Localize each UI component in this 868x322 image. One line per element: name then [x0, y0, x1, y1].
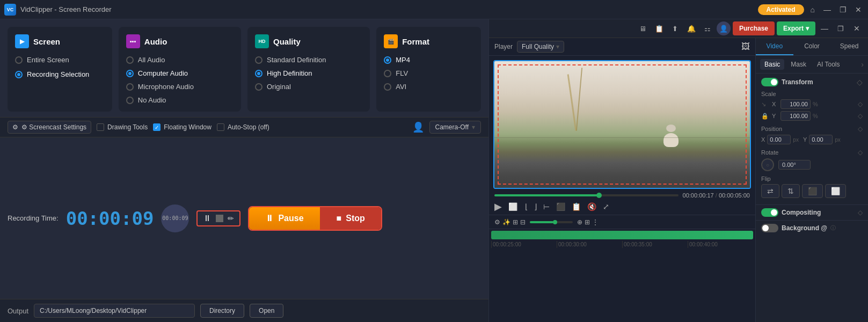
no-audio-option[interactable]: No Audio [126, 96, 234, 104]
floating-window-check[interactable]: ✓ [153, 123, 161, 131]
tab-video[interactable]: Video [756, 38, 793, 55]
background-info-icon[interactable]: ⓘ [830, 224, 836, 232]
drawing-tools-check[interactable] [97, 123, 104, 131]
quality-icon: HD [255, 34, 269, 48]
webcam-icon[interactable]: 👤 [412, 121, 424, 133]
tab-speed[interactable]: Speed [830, 38, 868, 55]
timeline-grid-icon[interactable]: ⊞ [585, 218, 590, 226]
flv-option[interactable]: FLV [384, 69, 473, 77]
editor-close[interactable]: ✕ [850, 21, 864, 35]
compositing-toggle[interactable] [761, 208, 778, 217]
editor-nav-icon-1[interactable]: 🖥 [636, 21, 650, 35]
close-icon[interactable]: ✕ [853, 4, 864, 15]
background-label: Background @ [782, 224, 827, 232]
scale-y-input[interactable] [781, 111, 811, 121]
flip-h-button[interactable]: ⇄ [761, 184, 779, 198]
transform-title: Transform [782, 78, 813, 86]
avi-option[interactable]: AVI [384, 83, 473, 91]
lock-icon[interactable]: 🔒 [761, 113, 770, 120]
sub-tab-more-icon[interactable]: › [861, 60, 864, 69]
original-option[interactable]: Original [255, 83, 362, 91]
position-reset[interactable]: ◇ [858, 125, 863, 133]
stop-label: Stop [346, 214, 365, 223]
editor-nav-icon-5[interactable]: ⚏ [701, 21, 714, 35]
high-def-option[interactable]: High Definition [255, 69, 362, 77]
recording-selection-option[interactable]: Recording Selection [15, 70, 105, 78]
open-button[interactable]: Open [250, 304, 283, 318]
avatar-icon[interactable]: 👤 [717, 21, 731, 35]
sub-tab-ai[interactable]: AI Tools [813, 59, 844, 70]
home-icon[interactable]: ⌂ [808, 4, 817, 15]
entire-screen-radio[interactable] [15, 56, 23, 64]
floating-window-checkbox[interactable]: ✓ Floating Window [153, 123, 211, 131]
zoom-slider[interactable] [530, 221, 573, 223]
all-audio-option[interactable]: All Audio [126, 56, 234, 64]
background-toggle[interactable] [761, 224, 778, 232]
sub-tab-basic[interactable]: Basic [760, 59, 784, 70]
microphone-audio-option[interactable]: Microphone Audio [126, 83, 234, 91]
scale-x-reset[interactable]: ◇ [858, 100, 863, 108]
resize-icon[interactable]: ⤢ [602, 201, 610, 212]
mini-stop-btn[interactable] [216, 215, 223, 222]
quality-select[interactable]: Full Quality ▾ [517, 41, 564, 53]
scale-y-reset[interactable]: ◇ [858, 112, 863, 120]
copy-icon[interactable]: 📋 [571, 201, 582, 212]
entire-screen-option[interactable]: Entire Screen [15, 56, 105, 64]
export-button[interactable]: Export ▾ [777, 21, 815, 35]
bracket-left-icon[interactable]: ⌊ [524, 201, 529, 212]
editor-restore[interactable]: ❐ [834, 21, 848, 35]
mini-edit-icon[interactable]: ✏ [228, 214, 234, 223]
zoom-plus-icon[interactable]: ⊕ [577, 218, 582, 226]
editor-nav-icon-2[interactable]: 📋 [652, 21, 666, 35]
directory-button[interactable]: Directory [200, 304, 244, 318]
drawing-tools-checkbox[interactable]: Drawing Tools [97, 123, 148, 131]
pause-button[interactable]: ⏸ Pause [249, 207, 320, 230]
entire-screen-label: Entire Screen [27, 56, 69, 64]
play-button[interactable]: ▶ [494, 201, 502, 213]
rotate-reset[interactable]: ◇ [858, 149, 863, 156]
flip-v-button[interactable]: ⇅ [782, 184, 800, 198]
restore-icon[interactable]: ❐ [837, 4, 849, 15]
auto-stop-checkbox[interactable]: Auto-Stop (off) [217, 123, 269, 131]
editor-minimize[interactable]: — [818, 21, 831, 35]
crop-icon[interactable]: ⬛ [555, 201, 566, 212]
mute-icon[interactable]: 🔇 [586, 201, 597, 212]
purchase-button[interactable]: Purchase [733, 21, 775, 35]
transform-reset-icon[interactable]: ◇ [857, 78, 863, 86]
timeline-more-icon[interactable]: ⋮ [592, 218, 599, 226]
square-view-icon[interactable]: ⬜ [506, 201, 520, 212]
pos-y-input[interactable] [809, 135, 833, 144]
sub-tab-mask[interactable]: Mask [786, 59, 811, 70]
auto-stop-check[interactable] [217, 123, 224, 131]
rotate-wheel[interactable]: ○ [761, 158, 774, 171]
pos-x-input[interactable] [767, 135, 791, 144]
timeline-minus-icon[interactable]: ⊟ [520, 218, 526, 226]
timeline-add-icon[interactable]: ⊞ [513, 218, 518, 226]
tab-color[interactable]: Color [793, 38, 831, 55]
minimize-icon[interactable]: — [821, 4, 833, 15]
computer-audio-option[interactable]: Computer Audio [126, 69, 234, 77]
scale-x-input[interactable] [781, 99, 811, 109]
editor-nav-icon-3[interactable]: ⬆ [668, 21, 682, 35]
bracket-right-icon[interactable]: ⌋ [533, 201, 538, 212]
transform-toggle[interactable] [761, 78, 778, 86]
mini-pause-icon[interactable]: ⏸ [203, 214, 211, 223]
progress-bar[interactable] [494, 194, 679, 196]
timeline-settings-icon[interactable]: ⚙ [494, 218, 500, 226]
flip-v2-button[interactable]: ⬜ [825, 184, 846, 198]
standard-def-option[interactable]: Standard Definition [255, 56, 362, 64]
rotate-input[interactable] [778, 160, 811, 170]
editor-nav-icon-4[interactable]: 🔔 [684, 21, 698, 35]
timeline-magic-icon[interactable]: ✨ [502, 218, 510, 226]
recording-selection-radio[interactable] [15, 71, 23, 78]
compositing-reset[interactable]: ◇ [858, 209, 863, 216]
screencast-settings-button[interactable]: ⚙ ⚙ Screencast Settings [8, 121, 91, 134]
pause-label: Pause [278, 214, 303, 223]
image-view-icon[interactable]: 🖼 [741, 42, 750, 52]
split-icon[interactable]: ⊢ [542, 201, 551, 212]
output-path-input[interactable] [34, 304, 195, 318]
mp4-option[interactable]: MP4 [384, 56, 473, 64]
flip-h2-button[interactable]: ⬛ [802, 184, 823, 198]
camera-select[interactable]: Camera-Off ▾ [429, 121, 481, 134]
stop-button[interactable]: ■ Stop [320, 207, 381, 230]
